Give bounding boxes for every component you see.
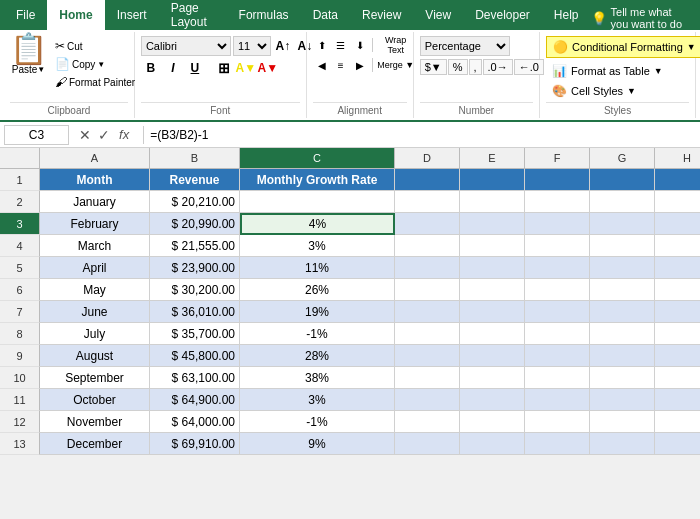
header-growth[interactable]: Monthly Growth Rate [240,169,395,191]
cell-c5[interactable]: 11% [240,257,395,279]
row-num-5[interactable]: 5 [0,257,40,279]
cell-g13[interactable] [590,433,655,455]
fill-color-button[interactable]: A▼ [236,58,256,78]
cell-h7[interactable] [655,301,700,323]
header-e[interactable] [460,169,525,191]
cell-e8[interactable] [460,323,525,345]
cell-f9[interactable] [525,345,590,367]
cell-a13[interactable]: December [40,433,150,455]
increase-font-btn[interactable]: A↑ [273,36,293,56]
cell-a9[interactable]: August [40,345,150,367]
cell-e10[interactable] [460,367,525,389]
cell-d3[interactable] [395,213,460,235]
cell-g6[interactable] [590,279,655,301]
font-color-button[interactable]: A▼ [258,58,278,78]
cell-c3[interactable]: 4% [240,213,395,235]
cell-e3[interactable] [460,213,525,235]
formula-input[interactable] [150,125,696,145]
row-num-13[interactable]: 13 [0,433,40,455]
cell-c11[interactable]: 3% [240,389,395,411]
cell-a2[interactable]: January [40,191,150,213]
cell-c12[interactable]: -1% [240,411,395,433]
row-num-6[interactable]: 6 [0,279,40,301]
cell-f6[interactable] [525,279,590,301]
cell-a6[interactable]: May [40,279,150,301]
col-header-g[interactable]: G [590,148,655,168]
cell-a10[interactable]: September [40,367,150,389]
cell-a11[interactable]: October [40,389,150,411]
col-header-d[interactable]: D [395,148,460,168]
align-top-button[interactable]: ⬆ [313,36,331,54]
cell-b12[interactable]: $ 64,000.00 [150,411,240,433]
cell-f2[interactable] [525,191,590,213]
cell-e11[interactable] [460,389,525,411]
row-num-1[interactable]: 1 [0,169,40,191]
cell-c6[interactable]: 26% [240,279,395,301]
cell-d6[interactable] [395,279,460,301]
row-num-9[interactable]: 9 [0,345,40,367]
cell-f7[interactable] [525,301,590,323]
cell-h3[interactable] [655,213,700,235]
cell-d9[interactable] [395,345,460,367]
underline-button[interactable]: U [185,58,205,78]
tab-home[interactable]: Home [47,0,104,30]
paste-button[interactable]: 📋 Paste ▼ [10,34,47,75]
row-num-11[interactable]: 11 [0,389,40,411]
cell-b9[interactable]: $ 45,800.00 [150,345,240,367]
cell-h4[interactable] [655,235,700,257]
row-num-10[interactable]: 10 [0,367,40,389]
cell-g9[interactable] [590,345,655,367]
cell-a12[interactable]: November [40,411,150,433]
cell-h2[interactable] [655,191,700,213]
cell-e13[interactable] [460,433,525,455]
cell-c7[interactable]: 19% [240,301,395,323]
cell-b7[interactable]: $ 36,010.00 [150,301,240,323]
cell-c10[interactable]: 38% [240,367,395,389]
header-f[interactable] [525,169,590,191]
cell-e4[interactable] [460,235,525,257]
cell-e6[interactable] [460,279,525,301]
cut-button[interactable]: ✂ Cut [51,38,139,54]
wrap-text-button[interactable]: Wrap Text [376,36,416,54]
tab-developer[interactable]: Developer [463,0,542,30]
font-size-select[interactable]: 11 [233,36,271,56]
cell-b2[interactable]: $ 20,210.00 [150,191,240,213]
cell-h10[interactable] [655,367,700,389]
cell-e2[interactable] [460,191,525,213]
cell-a4[interactable]: March [40,235,150,257]
cell-a8[interactable]: July [40,323,150,345]
header-revenue[interactable]: Revenue [150,169,240,191]
font-family-select[interactable]: Calibri [141,36,231,56]
cell-a5[interactable]: April [40,257,150,279]
cell-g3[interactable] [590,213,655,235]
cell-c13[interactable]: 9% [240,433,395,455]
cell-b8[interactable]: $ 35,700.00 [150,323,240,345]
col-header-b[interactable]: B [150,148,240,168]
cell-h5[interactable] [655,257,700,279]
align-center-button[interactable]: ≡ [332,56,350,74]
border-button[interactable]: ⊞ [214,58,234,78]
tab-view[interactable]: View [413,0,463,30]
cell-h13[interactable] [655,433,700,455]
row-num-3[interactable]: 3 [0,213,40,235]
cell-f10[interactable] [525,367,590,389]
cell-h9[interactable] [655,345,700,367]
cell-g12[interactable] [590,411,655,433]
cell-c4[interactable]: 3% [240,235,395,257]
header-d[interactable] [395,169,460,191]
cell-f11[interactable] [525,389,590,411]
cell-d4[interactable] [395,235,460,257]
format-as-table-button[interactable]: 📊 Format as Table ▼ [546,62,700,80]
align-bottom-button[interactable]: ⬇ [351,36,369,54]
cell-f5[interactable] [525,257,590,279]
tab-page-layout[interactable]: Page Layout [159,0,227,30]
cell-g11[interactable] [590,389,655,411]
cell-b13[interactable]: $ 69,910.00 [150,433,240,455]
increase-decimal-button[interactable]: .0→ [483,59,513,75]
cell-f4[interactable] [525,235,590,257]
cell-e7[interactable] [460,301,525,323]
cell-c9[interactable]: 28% [240,345,395,367]
cell-g2[interactable] [590,191,655,213]
cell-d13[interactable] [395,433,460,455]
cell-c2[interactable] [240,191,395,213]
